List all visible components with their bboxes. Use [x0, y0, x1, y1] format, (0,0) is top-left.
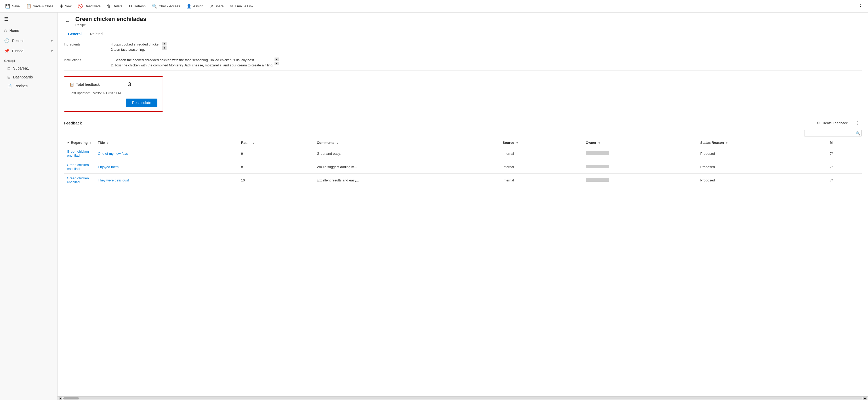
create-feedback-icon: ⚙ — [817, 121, 820, 125]
feedback-more-button[interactable]: ⋮ — [853, 119, 862, 127]
ingredients-line1: 4 cups cooked shredded chicken — [111, 42, 160, 47]
table-row: Green chicken enchilad Enjoyed them 8 Wo… — [64, 160, 862, 174]
search-icon-button[interactable]: 🔍 — [856, 131, 860, 135]
instructions-scrollbar[interactable]: ▲ ▼ — [275, 58, 279, 65]
email-link-button[interactable]: ✉ Email a Link — [227, 2, 256, 10]
scroll-thumb[interactable] — [63, 397, 79, 399]
page-title: Green chicken enchiladas — [75, 16, 146, 23]
refresh-icon: ↻ — [129, 4, 132, 9]
source-sort-icon[interactable]: ∨ — [516, 142, 518, 144]
share-button[interactable]: ↗ Share — [207, 2, 227, 10]
page-header: ← Green chicken enchiladas Recipe — [58, 12, 868, 29]
tab-general[interactable]: General — [64, 29, 86, 39]
owner-blurred-1 — [586, 165, 609, 168]
sidebar-item-recent[interactable]: 🕐 Recent ∨ — [0, 36, 57, 46]
col-title[interactable]: Title ∨ — [95, 139, 238, 147]
title-link-1[interactable]: Enjoyed them — [98, 165, 119, 169]
comments-sort-icon[interactable]: ∨ — [337, 142, 338, 144]
scroll-track — [63, 397, 862, 399]
rating-sort-icon[interactable]: ↑∨ — [251, 142, 254, 144]
recalculate-button[interactable]: Recalculate — [126, 98, 157, 107]
regarding-link-0[interactable]: Green chicken enchilad — [67, 150, 89, 157]
cell-regarding-1[interactable]: Green chicken enchilad — [64, 160, 95, 174]
home-icon: ⌂ — [4, 28, 7, 33]
sidebar-item-home[interactable]: ⌂ Home — [0, 26, 57, 36]
assign-icon: 👤 — [186, 4, 192, 9]
save-close-icon: 📋 — [26, 4, 31, 9]
subarea1-icon: ◻ — [7, 66, 10, 70]
col-source[interactable]: Source ∨ — [500, 139, 583, 147]
feedback-section: Feedback ⚙ Create Feedback ⋮ 🔍 — [64, 115, 862, 187]
owner-blurred-0 — [586, 151, 609, 155]
tab-related[interactable]: Related — [86, 29, 107, 39]
email-icon: ✉ — [230, 4, 233, 9]
more-toolbar-icon: ⋮ — [858, 3, 863, 9]
content-area: ← Green chicken enchiladas Recipe Genera… — [58, 12, 868, 400]
col-status-reason[interactable]: Status Reason ∨ — [697, 139, 827, 147]
owner-sort-icon[interactable]: ∨ — [598, 142, 600, 144]
regarding-link-1[interactable]: Green chicken enchilad — [67, 163, 89, 171]
create-feedback-button[interactable]: ⚙ Create Feedback — [815, 120, 850, 126]
owner-blurred-2 — [586, 178, 609, 182]
save-close-button[interactable]: 📋 Save & Close — [23, 2, 57, 10]
sidebar-group-label: Group1 — [0, 56, 57, 64]
instructions-scroll-up-button[interactable]: ▲ — [275, 58, 279, 61]
title-link-2[interactable]: They were delicious! — [98, 178, 129, 182]
instructions-scroll-down-button[interactable]: ▼ — [275, 62, 279, 65]
regarding-sort-icon[interactable]: ∨ — [90, 141, 92, 144]
delete-button[interactable]: 🗑 Delete — [104, 2, 126, 10]
pin-icon: 📌 — [4, 49, 9, 53]
scroll-right-button[interactable]: ▶ — [863, 397, 867, 400]
instructions-value: 1. Season the cooked shredded chicken wi… — [111, 58, 862, 68]
cell-source-2: Internal — [500, 174, 583, 187]
instructions-line2: 2. Toss the chicken with the combined Mo… — [111, 63, 272, 68]
regarding-link-2[interactable]: Green chicken enchilad — [67, 176, 89, 184]
cell-title-1[interactable]: Enjoyed them — [95, 160, 238, 174]
col-comments[interactable]: Comments ∨ — [314, 139, 500, 147]
title-sort-icon[interactable]: ∨ — [107, 142, 108, 144]
scroll-up-button[interactable]: ▲ — [162, 42, 166, 45]
instructions-row: Instructions 1. Season the cooked shredd… — [64, 55, 862, 70]
assign-button[interactable]: 👤 Assign — [183, 2, 207, 10]
hamburger-button[interactable]: ☰ — [0, 12, 57, 26]
cell-regarding-2[interactable]: Green chicken enchilad — [64, 174, 95, 187]
cell-status-1: Proposed — [697, 160, 827, 174]
horizontal-scrollbar[interactable]: ◀ ▶ — [58, 396, 868, 400]
cell-comments-2: Excellent results and easy... — [314, 174, 500, 187]
share-icon: ↗ — [210, 4, 213, 9]
cell-m-2: 7/ — [827, 174, 862, 187]
feedback-search-input[interactable] — [804, 130, 862, 136]
instructions-line1: 1. Season the cooked shredded chicken wi… — [111, 58, 272, 63]
refresh-button[interactable]: ↻ Refresh — [125, 2, 149, 10]
scroll-left-button[interactable]: ◀ — [59, 397, 62, 400]
back-button[interactable]: ← — [64, 17, 71, 25]
sidebar-item-dashboards[interactable]: ⊞ Dashboards — [0, 73, 57, 82]
sidebar-item-pinned[interactable]: 📌 Pinned ∨ — [0, 46, 57, 56]
dashboards-icon: ⊞ — [7, 75, 10, 79]
recent-icon: 🕐 — [4, 38, 9, 43]
title-link-0[interactable]: One of my new favs — [98, 152, 128, 156]
save-button[interactable]: 💾 Save — [2, 2, 23, 10]
status-reason-sort-icon[interactable]: ∨ — [726, 142, 727, 144]
cell-title-0[interactable]: One of my new favs — [95, 147, 238, 160]
col-check[interactable]: ✓ Regarding ∨ — [64, 139, 95, 147]
scroll-down-button[interactable]: ▼ — [162, 46, 166, 50]
new-button[interactable]: ✚ New — [57, 2, 74, 10]
check-access-icon: 🔍 — [152, 4, 157, 9]
col-m[interactable]: M — [827, 139, 862, 147]
cell-regarding-0[interactable]: Green chicken enchilad — [64, 147, 95, 160]
ingredients-scrollbar[interactable]: ▲ ▼ — [162, 42, 166, 50]
col-owner[interactable]: Owner ∨ — [583, 139, 697, 147]
col-rating[interactable]: Rat... ↑∨ — [238, 139, 314, 147]
cell-m-1: 7/ — [827, 160, 862, 174]
last-updated-value: 7/29/2021 3:37 PM — [92, 91, 121, 95]
check-access-button[interactable]: 🔍 Check Access — [149, 2, 183, 10]
more-toolbar-button[interactable]: ⋮ — [855, 2, 866, 11]
cell-title-2[interactable]: They were delicious! — [95, 174, 238, 187]
sidebar-item-recipes[interactable]: 📄 Recipes — [0, 82, 57, 90]
feedback-section-header: Feedback ⚙ Create Feedback ⋮ — [64, 119, 862, 127]
deactivate-button[interactable]: 🚫 Deactivate — [74, 2, 103, 10]
cell-rating-1: 8 — [238, 160, 314, 174]
sidebar-item-subarea1[interactable]: ◻ Subarea1 — [0, 64, 57, 73]
cell-owner-2 — [583, 174, 697, 187]
